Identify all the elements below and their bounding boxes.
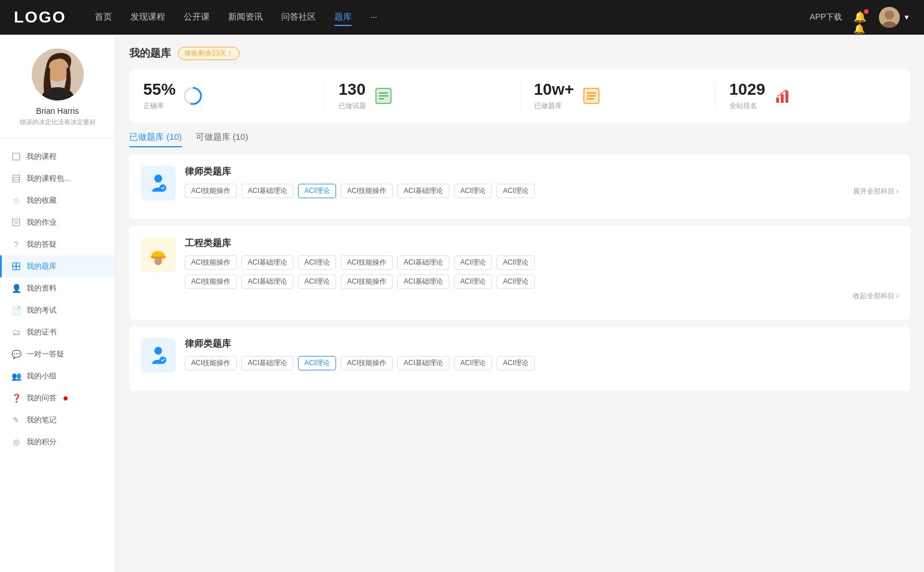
tag-1-1[interactable]: ACI技能操作 xyxy=(185,184,237,198)
svg-rect-14 xyxy=(13,263,16,266)
tag-3-3[interactable]: ACI理论 xyxy=(298,356,336,370)
tag-1-3[interactable]: ACI理论 xyxy=(298,184,336,198)
tag-2-12[interactable]: ACI基础理论 xyxy=(397,274,449,289)
stat-number-rank: 1029 xyxy=(729,81,765,99)
tag-2-8[interactable]: ACI技能操作 xyxy=(185,274,237,289)
sidebar-item-exam[interactable]: 📄 我的考试 xyxy=(0,299,115,321)
svg-rect-7 xyxy=(13,153,20,160)
sidebar-item-one-on-one[interactable]: 💬 一对一答疑 xyxy=(0,343,115,365)
sidebar-label-homework: 我的作业 xyxy=(27,217,57,228)
sidebar-label-points: 我的积分 xyxy=(27,437,57,447)
chevron-down-icon: ▼ xyxy=(903,13,910,21)
navbar-right: APP下载 🔔 ▼ xyxy=(810,7,910,28)
qbank-header-2: 工程类题库 ACI技能操作 ACI基础理论 ACI理论 ACI技能操作 ACI基… xyxy=(141,237,899,301)
sidebar-label-certificate: 我的证书 xyxy=(27,327,57,337)
sidebar-item-myqa[interactable]: ❓ 我的问答 xyxy=(0,387,115,409)
app-download-button[interactable]: APP下载 xyxy=(810,12,842,23)
notes-icon: ✎ xyxy=(12,415,21,425)
tag-1-2[interactable]: ACI基础理论 xyxy=(241,184,293,198)
tab-done[interactable]: 已做题库 (10) xyxy=(129,132,182,147)
tag-2-5[interactable]: ACI基础理论 xyxy=(397,255,449,270)
nav-home[interactable]: 首页 xyxy=(95,9,112,26)
sidebar-item-profile[interactable]: 👤 我的资料 xyxy=(0,277,115,299)
sidebar-item-course[interactable]: 我的课程 xyxy=(0,146,115,168)
sidebar-item-points[interactable]: ◎ 我的积分 xyxy=(0,431,115,453)
tag-2-13[interactable]: ACI理论 xyxy=(454,274,492,289)
tag-2-2[interactable]: ACI基础理论 xyxy=(241,255,293,270)
stats-card: 55% 正确率 130 已做试题 xyxy=(129,69,910,122)
nav-qbank[interactable]: 题库 xyxy=(334,9,352,26)
sidebar-item-qa[interactable]: ? 我的答疑 xyxy=(0,233,115,255)
sidebar-label-qbank: 我的题库 xyxy=(27,261,57,272)
svg-rect-17 xyxy=(16,266,20,270)
tabs-row: 已做题库 (10) 可做题库 (10) xyxy=(129,132,910,147)
qbank-title-3: 律师类题库 xyxy=(185,338,899,350)
svg-rect-16 xyxy=(13,266,16,270)
profile-section: Brian Harris 错误的决定比没有决定要好 xyxy=(0,49,115,139)
nav-discover[interactable]: 发现课程 xyxy=(131,9,165,26)
user-avatar-menu[interactable]: ▼ xyxy=(879,7,910,28)
tag-3-6[interactable]: ACI理论 xyxy=(454,356,492,370)
exam-icon: 📄 xyxy=(12,306,21,315)
nav-more[interactable]: ··· xyxy=(370,9,378,26)
sidebar-label-oneone: 一对一答疑 xyxy=(27,349,64,359)
profile-motto: 错误的决定比没有决定要好 xyxy=(20,118,96,127)
tab-todo[interactable]: 可做题库 (10) xyxy=(196,132,248,147)
tag-2-6[interactable]: ACI理论 xyxy=(454,255,492,270)
svg-point-1 xyxy=(885,10,894,20)
stat-number-done-q: 130 xyxy=(338,81,366,99)
qbank-icon xyxy=(12,262,21,271)
sidebar-item-course-pack[interactable]: 我的课程包... xyxy=(0,168,115,190)
qbank-card-3: 律师类题库 ACI技能操作 ACI基础理论 ACI理论 ACI技能操作 ACI基… xyxy=(129,326,910,391)
tag-2-3[interactable]: ACI理论 xyxy=(298,255,336,270)
sidebar-label-qa: 我的答疑 xyxy=(27,239,57,250)
tag-2-9[interactable]: ACI基础理论 xyxy=(241,274,293,289)
tag-2-10[interactable]: ACI理论 xyxy=(298,274,336,289)
nav-qa[interactable]: 问答社区 xyxy=(281,9,316,26)
tags-row-2-2: ACI技能操作 ACI基础理论 ACI理论 ACI技能操作 ACI基础理论 AC… xyxy=(185,274,899,289)
stat-number-accuracy: 55% xyxy=(143,81,176,99)
tag-3-1[interactable]: ACI技能操作 xyxy=(185,356,237,370)
svg-point-35 xyxy=(159,184,166,191)
qbank-header-1: 律师类题库 ACI技能操作 ACI基础理论 ACI理论 ACI技能操作 ACI基… xyxy=(141,166,899,200)
nav-news[interactable]: 新闻资讯 xyxy=(228,9,263,26)
tag-2-11[interactable]: ACI技能操作 xyxy=(341,274,393,289)
sidebar-item-notes[interactable]: ✎ 我的笔记 xyxy=(0,409,115,431)
stat-done-banks: 10w+ 已做题库 xyxy=(520,81,716,111)
svg-rect-32 xyxy=(785,91,788,103)
tag-2-4[interactable]: ACI技能操作 xyxy=(341,255,393,270)
tag-2-7[interactable]: ACI理论 xyxy=(497,255,535,270)
tag-1-6[interactable]: ACI理论 xyxy=(454,184,492,198)
sidebar-item-certificate[interactable]: 🗂 我的证书 xyxy=(0,321,115,343)
svg-point-39 xyxy=(154,347,162,354)
notification-bell[interactable]: 🔔 xyxy=(854,10,867,24)
tag-2-14[interactable]: ACI理论 xyxy=(497,274,535,289)
course-pack-icon xyxy=(12,174,21,183)
nav-open[interactable]: 公开课 xyxy=(184,9,210,26)
tag-1-4[interactable]: ACI技能操作 xyxy=(341,184,393,198)
tag-3-7[interactable]: ACI理论 xyxy=(497,356,535,370)
sidebar-label-course-pack: 我的课程包... xyxy=(27,173,70,184)
sidebar-label-myqa: 我的问答 xyxy=(27,393,57,403)
sidebar-item-homework[interactable]: 我的作业 xyxy=(0,211,115,233)
profile-icon: 👤 xyxy=(12,284,21,293)
tag-3-4[interactable]: ACI技能操作 xyxy=(341,356,393,370)
sidebar-item-group[interactable]: 👥 我的小组 xyxy=(0,365,115,387)
tag-2-1[interactable]: ACI技能操作 xyxy=(185,255,237,270)
tags-row-3: ACI技能操作 ACI基础理论 ACI理论 ACI技能操作 ACI基础理论 AC… xyxy=(185,356,899,370)
logo[interactable]: LOGO xyxy=(14,8,72,27)
sidebar-item-qbank[interactable]: 我的题库 xyxy=(0,255,115,277)
sidebar-item-favorites[interactable]: ☆ 我的收藏 xyxy=(0,190,115,211)
tag-3-2[interactable]: ACI基础理论 xyxy=(241,356,293,370)
tag-3-5[interactable]: ACI基础理论 xyxy=(397,356,449,370)
stat-accuracy: 55% 正确率 xyxy=(129,81,325,111)
tag-1-5[interactable]: ACI基础理论 xyxy=(397,184,449,198)
main-content: 我的题库 体验剩余23天！ 55% 正确率 130 xyxy=(116,35,924,572)
svg-rect-15 xyxy=(16,263,20,266)
homework-icon xyxy=(12,218,21,227)
expand-link-1[interactable]: 展开全部科目 › xyxy=(853,185,899,198)
stat-rank: 1029 全站排名 xyxy=(716,81,910,111)
collapse-link-2[interactable]: 收起全部科目 › xyxy=(185,291,899,301)
stat-label-done-banks: 已做题库 xyxy=(534,101,574,111)
tag-1-7[interactable]: ACI理论 xyxy=(497,184,535,198)
